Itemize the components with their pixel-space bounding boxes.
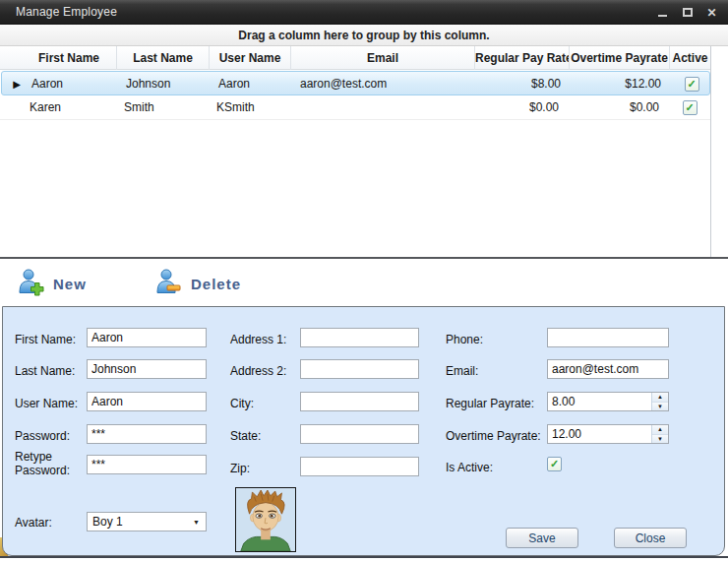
window-bottom-edge	[0, 556, 728, 558]
is-active-checkbox[interactable]: ✓	[547, 457, 562, 471]
row-indicator-icon: ▶	[2, 72, 24, 96]
row-indicator-empty	[0, 95, 22, 120]
grid-right-border	[710, 46, 711, 257]
avatar-label: Avatar:	[15, 516, 52, 530]
cell-user-name[interactable]: KSmith	[209, 95, 290, 120]
zip-label: Zip:	[230, 462, 250, 475]
email-field[interactable]	[547, 359, 669, 379]
delete-employee-icon	[155, 268, 182, 300]
user-name-field[interactable]	[87, 392, 207, 411]
zip-field[interactable]	[300, 457, 419, 476]
cell-last-name[interactable]: Johnson	[118, 72, 211, 96]
cell-first-name[interactable]: Aaron	[24, 72, 118, 96]
close-form-button[interactable]: Close	[614, 528, 687, 548]
phone-label: Phone:	[446, 333, 483, 346]
maximize-button[interactable]	[681, 6, 694, 19]
address1-field[interactable]	[300, 328, 419, 347]
first-name-field[interactable]	[87, 328, 207, 347]
active-checkbox[interactable]: ✓	[683, 100, 698, 115]
avatar-image	[235, 487, 296, 552]
save-button[interactable]: Save	[506, 528, 578, 548]
overtime-payrate-label: Overtime Payrate:	[446, 429, 541, 443]
grid-header-first-name[interactable]: First Name	[22, 46, 116, 70]
state-field[interactable]	[300, 424, 419, 444]
avatar-select-value: Boy 1	[92, 515, 123, 529]
delete-button[interactable]: Delete	[155, 268, 241, 299]
cell-user-name[interactable]: Aaron	[211, 72, 292, 96]
regular-payrate-label: Regular Payrate:	[446, 397, 534, 410]
cell-overtime-payrate[interactable]: $0.00	[569, 95, 669, 120]
cell-email[interactable]: aaron@test.com	[292, 72, 476, 96]
title-bar[interactable]: Manage Employee ✕	[0, 0, 728, 25]
regular-payrate-spin-buttons: ▲ ▼	[651, 393, 668, 410]
grid-header-overtime-payrate[interactable]: Overtime Payrate	[569, 46, 669, 70]
action-toolbar: New Delete	[0, 259, 728, 306]
minimize-icon	[658, 15, 667, 17]
window-controls: ✕	[656, 6, 718, 19]
cell-regular-pay-rate[interactable]: $0.00	[474, 95, 569, 120]
spin-down-button[interactable]: ▼	[652, 403, 668, 411]
check-icon: ✓	[687, 79, 696, 90]
employee-grid: First Name Last Name User Name Email Reg…	[0, 46, 710, 120]
group-by-drop-zone[interactable]: Drag a column here to group by this colu…	[0, 25, 728, 46]
address2-field[interactable]	[300, 359, 419, 379]
chevron-down-icon: ▼	[193, 519, 200, 526]
spin-up-icon: ▲	[657, 426, 663, 432]
window-title: Manage Employee	[16, 5, 117, 19]
cell-first-name[interactable]: Karen	[22, 95, 116, 120]
password-label: Password:	[15, 429, 70, 443]
spin-down-icon: ▼	[657, 404, 663, 409]
grid-header-email[interactable]: Email	[290, 46, 474, 70]
close-button[interactable]: ✕	[705, 6, 718, 19]
retype-password-field[interactable]	[87, 455, 207, 474]
grid-header-user-name[interactable]: User Name	[209, 46, 290, 70]
last-name-field[interactable]	[87, 359, 207, 379]
first-name-label: First Name:	[15, 333, 76, 346]
cell-active: ✓	[669, 95, 710, 120]
grid-header-active[interactable]: Active	[669, 46, 710, 70]
check-icon: ✓	[685, 102, 694, 113]
spin-up-icon: ▲	[657, 394, 663, 400]
phone-field[interactable]	[547, 328, 669, 347]
active-checkbox[interactable]: ✓	[685, 77, 699, 92]
check-icon: ✓	[550, 459, 559, 469]
avatar-select[interactable]: Boy 1 ▼	[87, 512, 207, 531]
is-active-label: Is Active:	[446, 461, 493, 474]
new-button[interactable]: New	[18, 268, 87, 299]
address2-label: Address 2:	[230, 364, 286, 378]
state-label: State:	[230, 429, 261, 443]
address1-label: Address 1:	[230, 333, 286, 346]
grid-header-regular-pay-rate[interactable]: Regular Pay Rate	[474, 46, 569, 70]
regular-payrate-field[interactable]	[548, 393, 651, 410]
employee-detail-panel: First Name: Last Name: User Name: Passwo…	[2, 306, 725, 556]
grid-header-indicator	[0, 46, 22, 70]
table-row-aaron[interactable]: ▶ Aaron Johnson Aaron aaron@test.com $8.…	[1, 71, 710, 95]
city-label: City:	[230, 397, 254, 410]
group-by-hint: Drag a column here to group by this colu…	[238, 29, 489, 42]
new-employee-icon	[18, 268, 44, 300]
grid-header-last-name[interactable]: Last Name	[116, 46, 209, 70]
cell-overtime-payrate[interactable]: $12.00	[571, 72, 671, 96]
cell-email[interactable]	[290, 95, 474, 120]
spin-up-button[interactable]: ▲	[652, 425, 668, 435]
overtime-payrate-stepper: ▲ ▼	[547, 424, 669, 444]
password-field[interactable]	[87, 424, 207, 444]
user-name-label: User Name:	[15, 397, 78, 410]
email-label: Email:	[446, 364, 478, 378]
overtime-payrate-spin-buttons: ▲ ▼	[651, 425, 668, 443]
table-row-karen[interactable]: Karen Smith KSmith $0.00 $0.00 ✓	[0, 95, 710, 120]
spin-up-button[interactable]: ▲	[652, 393, 668, 403]
spin-down-button[interactable]: ▼	[652, 435, 668, 444]
grid-header-row: First Name Last Name User Name Email Reg…	[0, 46, 710, 70]
delete-button-label: Delete	[191, 276, 241, 292]
new-button-label: New	[53, 276, 87, 292]
regular-payrate-stepper: ▲ ▼	[547, 392, 669, 411]
cell-active: ✓	[671, 72, 712, 96]
cell-regular-pay-rate[interactable]: $8.00	[476, 72, 571, 96]
close-icon: ✕	[706, 6, 716, 20]
overtime-payrate-field[interactable]	[548, 425, 651, 443]
city-field[interactable]	[300, 392, 419, 411]
minimize-button[interactable]	[656, 6, 669, 19]
last-name-label: Last Name:	[15, 364, 75, 378]
cell-last-name[interactable]: Smith	[116, 95, 209, 120]
